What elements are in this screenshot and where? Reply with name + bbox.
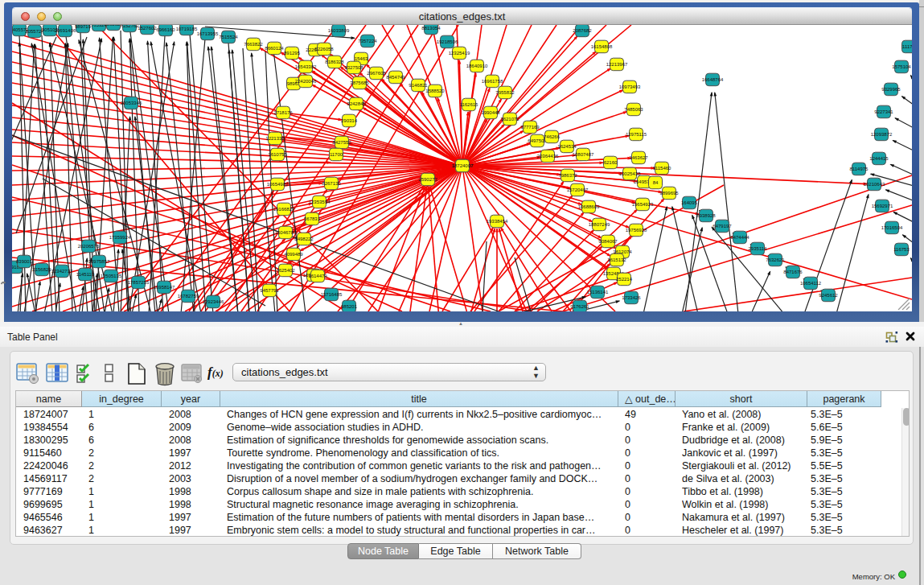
svg-text:18807249: 18807249	[589, 222, 610, 227]
svg-text:2718176: 2718176	[273, 110, 293, 115]
svg-text:891295: 891295	[284, 51, 301, 56]
svg-text:8454749: 8454749	[386, 75, 405, 80]
svg-text:116753: 116753	[893, 247, 910, 252]
svg-text:16543382: 16543382	[295, 64, 317, 69]
svg-text:12093872: 12093872	[871, 132, 893, 137]
svg-text:746266: 746266	[544, 134, 561, 139]
svg-text:252214: 252214	[616, 277, 633, 282]
svg-text:1575104: 1575104	[892, 64, 911, 69]
svg-text:16961758: 16961758	[482, 79, 503, 84]
svg-text:5226058: 5226058	[314, 47, 334, 51]
svg-text:15692971: 15692971	[872, 204, 893, 208]
svg-text:62160: 62160	[604, 160, 618, 165]
svg-text:1615132: 1615132	[607, 257, 626, 262]
svg-text:1614479: 1614479	[308, 274, 327, 278]
svg-text:4099489: 4099489	[284, 252, 303, 257]
svg-text:2935114: 2935114	[749, 246, 768, 251]
svg-text:2590273: 2590273	[418, 177, 437, 182]
svg-text:12325419: 12325419	[449, 51, 470, 56]
svg-text:19654923: 19654923	[632, 202, 654, 207]
svg-text:8471676: 8471676	[783, 270, 803, 274]
svg-text:9899695: 9899695	[659, 191, 679, 196]
svg-text:567831: 567831	[304, 216, 321, 221]
svg-text:20364436: 20364436	[537, 154, 559, 159]
svg-text:2967608: 2967608	[367, 71, 386, 76]
svg-text:20691406: 20691406	[55, 28, 76, 33]
svg-text:9777169: 9777169	[520, 125, 540, 130]
svg-text:7625402: 7625402	[276, 268, 295, 273]
svg-text:16154808: 16154808	[591, 44, 613, 49]
svg-text:7152762: 7152762	[120, 25, 139, 28]
svg-text:290314: 290314	[341, 118, 358, 123]
svg-text:15716485: 15716485	[321, 292, 343, 297]
svg-text:1624534: 1624534	[557, 144, 577, 149]
svg-text:7986372: 7986372	[558, 173, 577, 178]
svg-text:9146821: 9146821	[409, 83, 428, 88]
svg-text:16648764: 16648764	[702, 77, 724, 82]
svg-text:17359924: 17359924	[109, 235, 131, 240]
svg-text:8938928: 8938928	[696, 213, 716, 218]
svg-text:9242845: 9242845	[347, 101, 366, 106]
svg-text:12923446: 12923446	[203, 299, 224, 304]
svg-text:1990448: 1990448	[481, 110, 500, 115]
svg-text:7485063: 7485063	[624, 107, 643, 112]
svg-text:9245612: 9245612	[819, 293, 838, 298]
svg-text:1621072: 1621072	[500, 117, 519, 122]
svg-text:12505135: 12505135	[101, 274, 122, 278]
svg-text:6966160: 6966160	[156, 27, 175, 32]
svg-text:15136141: 15136141	[587, 290, 609, 295]
svg-text:10654112: 10654112	[800, 281, 822, 286]
svg-text:6479197: 6479197	[713, 224, 732, 229]
svg-text:2156829: 2156829	[32, 267, 51, 272]
svg-text:15463: 15463	[355, 56, 368, 61]
svg-text:1733426: 1733426	[622, 295, 641, 300]
svg-text:17857255: 17857255	[128, 280, 150, 285]
svg-text:985201: 985201	[341, 304, 358, 309]
svg-text:1145119: 1145119	[76, 272, 95, 277]
svg-text:12353594: 12353594	[309, 200, 331, 204]
svg-text:1162615: 1162615	[460, 102, 479, 107]
svg-text:164095: 164095	[681, 200, 698, 205]
svg-text:11700: 11700	[330, 152, 343, 157]
svg-text:22420046: 22420046	[295, 79, 317, 84]
svg-text:3875685: 3875685	[350, 80, 369, 85]
svg-text:20206576: 20206576	[78, 244, 100, 249]
svg-text:1588520: 1588520	[425, 89, 445, 93]
svg-text:7357224: 7357224	[358, 39, 377, 43]
svg-text:16958147: 16958147	[154, 285, 175, 290]
svg-text:8427552: 8427552	[332, 140, 351, 145]
svg-text:19218506: 19218506	[437, 39, 458, 44]
svg-text:7663822: 7663822	[244, 42, 263, 47]
svg-text:839001: 839001	[16, 259, 33, 264]
svg-text:19166827: 19166827	[273, 207, 295, 212]
svg-text:1610755: 1610755	[268, 152, 287, 157]
svg-text:11174: 11174	[902, 44, 912, 49]
svg-text:15720407: 15720407	[567, 187, 589, 192]
svg-text:17016504: 17016504	[881, 225, 903, 230]
svg-text:7515524: 7515524	[219, 35, 238, 39]
svg-text:84: 84	[653, 180, 659, 185]
svg-text:10807487: 10807487	[573, 152, 594, 157]
svg-text:1463627: 1463627	[629, 155, 648, 160]
svg-text:8813054: 8813054	[421, 26, 441, 31]
svg-text:9227341: 9227341	[874, 109, 893, 114]
svg-text:8660124: 8660124	[265, 46, 284, 51]
svg-text:9084067: 9084067	[598, 239, 618, 244]
svg-text:9329965: 9329965	[881, 87, 901, 92]
svg-text:12342737: 12342737	[51, 269, 73, 274]
svg-text:13975857: 13975857	[88, 259, 110, 264]
svg-text:8498222: 8498222	[294, 237, 314, 241]
svg-text:8267130: 8267130	[322, 181, 341, 186]
svg-text:18640910: 18640910	[466, 64, 488, 68]
svg-text:9457791: 9457791	[260, 288, 279, 293]
svg-text:10973493: 10973493	[619, 84, 641, 89]
svg-text:20053346: 20053346	[121, 101, 142, 105]
svg-text:10654982: 10654982	[267, 182, 289, 187]
svg-text:2087682: 2087682	[573, 28, 592, 33]
svg-text:1527602: 1527602	[138, 26, 157, 31]
svg-text:7632621: 7632621	[766, 257, 785, 262]
svg-text:10719185: 10719185	[176, 27, 198, 31]
svg-text:1244415: 1244415	[869, 156, 889, 161]
svg-text:12213967: 12213967	[606, 62, 628, 67]
svg-text:10210643: 10210643	[864, 182, 885, 187]
